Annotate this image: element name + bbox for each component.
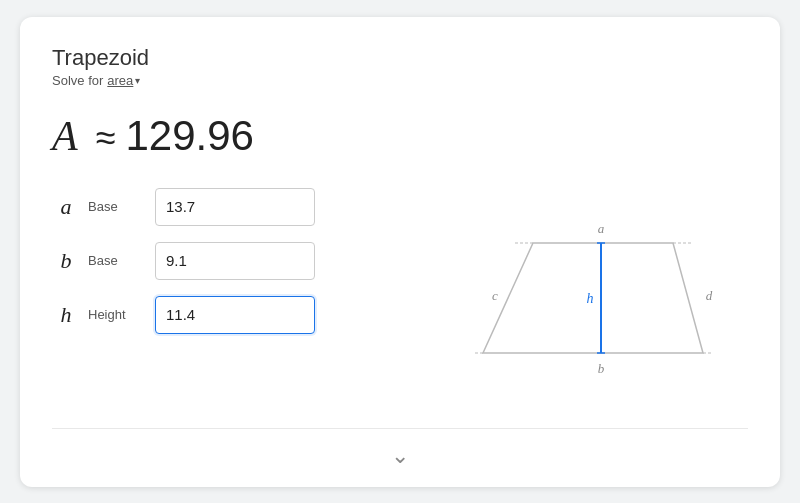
- var-label-a: a: [52, 194, 80, 220]
- dropdown-arrow-icon[interactable]: ▾: [135, 75, 140, 86]
- param-name-b: Base: [88, 253, 143, 268]
- label-a: a: [598, 221, 605, 236]
- input-field-h[interactable]: [155, 296, 315, 334]
- input-field-b[interactable]: [155, 242, 315, 280]
- input-row-h: h Height: [52, 296, 428, 334]
- chevron-down-icon[interactable]: ⌄: [391, 443, 409, 469]
- result-row: A ≈ 129.96: [52, 112, 748, 160]
- label-c: c: [492, 288, 498, 303]
- shape-title: Trapezoid: [52, 45, 748, 71]
- var-label-h: h: [52, 302, 80, 328]
- label-h: h: [587, 291, 594, 306]
- trapezoid-diagram: a b c d h: [453, 203, 723, 383]
- param-name-h: Height: [88, 307, 143, 322]
- main-content: a Base b Base h Height: [52, 188, 748, 418]
- param-name-a: Base: [88, 199, 143, 214]
- label-b: b: [598, 361, 605, 376]
- label-d: d: [706, 288, 713, 303]
- inputs-section: a Base b Base h Height: [52, 188, 428, 418]
- solve-for-label: Solve for: [52, 73, 103, 88]
- calculator-card: Trapezoid Solve for area ▾ A ≈ 129.96 a …: [20, 17, 780, 487]
- input-row-a: a Base: [52, 188, 428, 226]
- bottom-chevron-area: ⌄: [52, 428, 748, 487]
- result-value: 129.96: [125, 112, 253, 160]
- input-field-a[interactable]: [155, 188, 315, 226]
- input-row-b: b Base: [52, 242, 428, 280]
- diagram-section: a b c d h: [428, 188, 748, 418]
- result-approx-symbol: ≈: [96, 117, 116, 159]
- solve-for-row: Solve for area ▾: [52, 73, 748, 88]
- result-variable: A: [52, 112, 78, 160]
- var-label-b: b: [52, 248, 80, 274]
- solve-for-dropdown[interactable]: area: [107, 73, 133, 88]
